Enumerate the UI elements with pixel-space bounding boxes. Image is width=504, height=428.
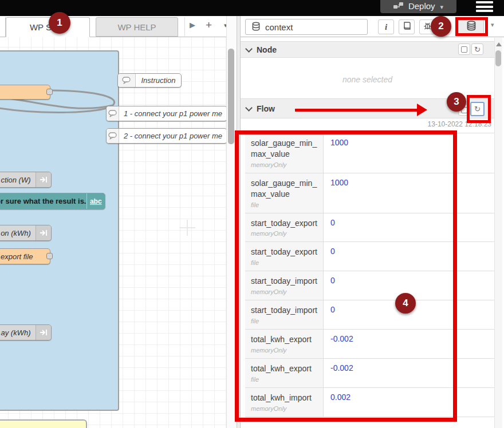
link-node-label: on (kWh) [0, 225, 36, 240]
string-node[interactable]: or sure what the result is. abc [0, 193, 105, 209]
annotation-arrow-head [417, 104, 427, 116]
node-export-file[interactable]: export file [0, 248, 50, 264]
link-node-label: ction (W) [0, 172, 36, 187]
node-orange-top-output-port[interactable] [46, 89, 53, 95]
tab-wp-help[interactable]: WP HELP [96, 17, 178, 37]
comment-bubble-icon [107, 106, 119, 121]
canvas-scrollbar-thumb[interactable] [228, 49, 234, 144]
deploy-label: Deploy [408, 1, 435, 11]
comment-label: 2 - connect your p1 power me [119, 129, 226, 143]
comment-bubble-icon [107, 129, 119, 143]
annotation-box-3 [467, 95, 491, 123]
info-icon: i [385, 22, 387, 32]
comment-node-instruction[interactable]: Instruction [117, 73, 182, 88]
add-flow-button[interactable]: + [206, 19, 212, 31]
link-node-watt[interactable]: ction (W) [0, 172, 52, 188]
link-node-kwh[interactable]: on (kWh) [0, 225, 52, 241]
sidebar-menu-caret-icon[interactable]: ▾ [491, 21, 494, 29]
annotation-circle-4: 4 [395, 293, 416, 314]
main-menu-icon[interactable] [476, 1, 493, 12]
abc-badge: abc [86, 193, 105, 209]
link-out-icon [36, 172, 51, 187]
sidebar-scrollbar-track [494, 38, 502, 428]
deploy-caret-icon[interactable]: ▾ [440, 3, 444, 11]
annotation-circle-1: 1 [49, 12, 70, 34]
comment-node-step2[interactable]: 2 - connect your p1 power me [106, 128, 226, 144]
export-file-output-port[interactable] [46, 253, 53, 259]
node-empty-message: none selected [241, 75, 494, 84]
tab-scroll-right-icon[interactable]: ▶ [190, 21, 195, 29]
context-panel-title-label: context [265, 22, 293, 32]
node-refresh-button[interactable]: ↻ [471, 43, 483, 55]
tab-partial[interactable] [0, 17, 6, 37]
tabbar-separator [184, 17, 185, 36]
annotation-circle-2: 2 [431, 16, 451, 37]
context-panel-title: context [245, 19, 368, 35]
link-out-icon [36, 325, 51, 340]
deploy-icon [393, 1, 403, 11]
node-section-title: Node [257, 45, 277, 54]
comment-label: Instruction [136, 74, 181, 87]
database-icon [251, 22, 261, 33]
sidebar-scrollbar-thumb[interactable] [495, 50, 501, 66]
sidebar-tab-info[interactable]: i [378, 19, 394, 34]
annotation-arrow [295, 109, 418, 112]
refresh-icon: ↻ [474, 46, 481, 53]
yellow-node[interactable] [0, 419, 87, 428]
tab-wp-solar[interactable]: WP Solar [6, 17, 90, 37]
scrollbar-up-icon[interactable] [496, 42, 502, 46]
link-node-label: ay (kWh) [0, 325, 36, 340]
link-out-icon [36, 225, 51, 240]
comment-bubble-icon [118, 74, 136, 87]
comment-label: 1 - connect your p1 power me [119, 106, 226, 121]
sidebar-tab-help[interactable] [399, 19, 415, 34]
chevron-down-icon [245, 104, 253, 112]
string-node-label: or sure what the result is. [0, 193, 86, 209]
node-section-header[interactable]: Node [241, 41, 494, 58]
chevron-down-icon [245, 45, 253, 53]
annotation-box-table [235, 130, 457, 422]
export-file-label: export file [0, 249, 50, 264]
deploy-button[interactable]: Deploy ▾ [380, 0, 456, 13]
select-icon [461, 46, 467, 53]
node-red-window: Deploy ▾ WP Solar WP HELP ▶ + ▾ Instruct… [0, 0, 504, 428]
grid-cross [187, 220, 188, 236]
link-node-day[interactable]: ay (kWh) [0, 324, 52, 340]
annotation-circle-3: 3 [447, 92, 466, 112]
node-select-button[interactable] [458, 43, 470, 55]
flow-canvas[interactable]: Instruction 1 - connect your p1 power me… [0, 37, 226, 428]
comment-node-step1[interactable]: 1 - connect your p1 power me [106, 106, 226, 121]
tab-wp-help-label: WP HELP [117, 22, 156, 32]
annotation-box-2 [455, 17, 488, 36]
node-orange-top[interactable] [0, 85, 50, 100]
book-icon [403, 22, 411, 32]
flow-section-title: Flow [257, 104, 275, 113]
